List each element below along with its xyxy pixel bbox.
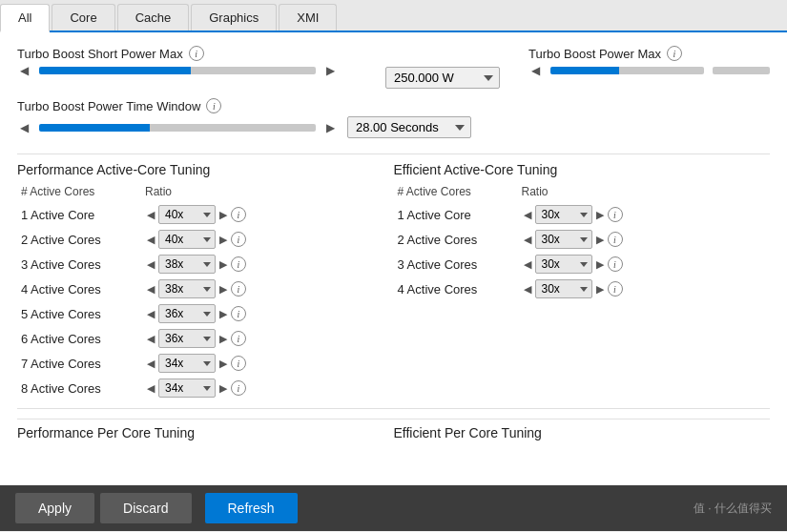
perf-ratio-left-7[interactable]: ◀: [145, 358, 156, 370]
perf-ratio-right-6[interactable]: ▶: [217, 333, 229, 345]
perf-info-icon-5[interactable]: i: [231, 306, 246, 321]
eff-row-4: 4 Active Cores ◀ 30x ▶ i: [394, 276, 771, 301]
eff-ratio-left-1[interactable]: ◀: [522, 209, 533, 221]
efficient-tuning-title: Efficient Active-Core Tuning: [394, 162, 771, 177]
perf-ratio-left-6[interactable]: ◀: [145, 333, 156, 345]
tab-xmi[interactable]: XMI: [279, 4, 337, 31]
tab-all[interactable]: All: [0, 4, 50, 32]
slider-right-arrow-time-window[interactable]: ▶: [323, 121, 338, 134]
turbo-max-power-info-icon[interactable]: i: [667, 46, 682, 61]
bottom-bar: Apply Discard Refresh 值 · 什么值得买: [0, 485, 787, 531]
time-window-dropdown[interactable]: 28.00 Seconds 14.00 Seconds 7.00 Seconds: [347, 116, 471, 138]
eff-info-icon-2[interactable]: i: [608, 232, 623, 247]
perf-cores-7: 7 Active Cores: [21, 357, 145, 371]
eff-ratio-right-3[interactable]: ▶: [594, 258, 606, 271]
eff-ratio-select-1[interactable]: 30x: [535, 205, 592, 224]
perf-info-icon-8[interactable]: i: [231, 380, 246, 396]
perf-ratio-left-2[interactable]: ◀: [145, 234, 156, 246]
eff-info-icon-1[interactable]: i: [608, 207, 623, 222]
per-core-section: Performance Per Core Tuning Efficient Pe…: [17, 419, 770, 440]
slider-track-short-power[interactable]: [39, 67, 316, 74]
perf-ratio-select-4[interactable]: 38x: [158, 279, 216, 298]
perf-ratio-select-7[interactable]: 34x: [158, 354, 216, 373]
perf-row-7: 7 Active Cores ◀ 34x ▶ i: [17, 351, 394, 376]
tabs-bar: All Core Cache Graphics XMI: [0, 0, 787, 32]
tab-graphics[interactable]: Graphics: [191, 4, 277, 31]
perf-ratio-select-8[interactable]: 34x: [158, 379, 216, 398]
perf-ratio-right-3[interactable]: ▶: [217, 258, 229, 271]
short-power-dropdown[interactable]: 250.000 W 200.000 W 150.000 W: [385, 67, 500, 89]
perf-ratio-select-2[interactable]: 40x: [158, 230, 216, 249]
eff-cores-3: 3 Active Cores: [398, 257, 522, 272]
perf-info-icon-6[interactable]: i: [231, 331, 246, 346]
perf-ratio-left-4[interactable]: ◀: [145, 283, 156, 296]
slider-right-arrow-short-power[interactable]: ▶: [323, 64, 338, 77]
perf-row-4: 4 Active Cores ◀ 38x ▶ i: [17, 276, 394, 301]
perf-ratio-select-6[interactable]: 36x: [158, 329, 216, 348]
apply-button[interactable]: Apply: [15, 493, 94, 523]
perf-ratio-select-5[interactable]: 36x: [158, 304, 216, 323]
perf-ratio-right-8[interactable]: ▶: [217, 382, 229, 395]
eff-ratio-left-4[interactable]: ◀: [522, 283, 533, 296]
eff-ratio-right-4[interactable]: ▶: [594, 283, 606, 296]
perf-info-icon-3[interactable]: i: [231, 256, 246, 272]
eff-row-1: 1 Active Core ◀ 30x ▶ i: [394, 202, 771, 227]
slider-track-time-window[interactable]: [39, 124, 316, 132]
perf-info-icon-7[interactable]: i: [231, 356, 246, 371]
perf-ratio-left-5[interactable]: ◀: [145, 308, 156, 320]
turbo-short-power-info-icon[interactable]: i: [189, 46, 204, 61]
slider-track-max-power-ext: [713, 67, 770, 74]
perf-info-icon-1[interactable]: i: [231, 207, 246, 222]
eff-ratio-select-2[interactable]: 30x: [535, 230, 592, 249]
discard-button[interactable]: Discard: [100, 493, 191, 523]
perf-ratio-right-2[interactable]: ▶: [217, 234, 229, 246]
eff-ratio-select-3[interactable]: 30x: [535, 255, 592, 274]
turbo-time-window-info-icon[interactable]: i: [206, 98, 221, 113]
eff-ratio-left-3[interactable]: ◀: [522, 258, 533, 271]
slider-track-max-power[interactable]: [550, 67, 704, 74]
eff-ratio-select-4[interactable]: 30x: [535, 279, 592, 298]
perf-cores-4: 4 Active Cores: [21, 282, 145, 297]
perf-ratio-select-1[interactable]: 40x39x41x: [158, 205, 216, 224]
eff-row-3: 3 Active Cores ◀ 30x ▶ i: [394, 252, 771, 276]
efficient-tuning-section: Efficient Active-Core Tuning # Active Co…: [394, 162, 771, 400]
tab-cache[interactable]: Cache: [117, 4, 190, 31]
watermark: 值 · 什么值得买: [694, 501, 772, 517]
perf-ratio-left-1[interactable]: ◀: [145, 209, 156, 221]
perf-row-1: 1 Active Core ◀ 40x39x41x ▶ i: [17, 202, 394, 227]
perf-ratio-right-5[interactable]: ▶: [217, 308, 229, 320]
perf-ratio-left-3[interactable]: ◀: [145, 258, 156, 271]
eff-info-icon-4[interactable]: i: [608, 281, 623, 297]
eff-cores-1: 1 Active Core: [398, 208, 522, 222]
eff-ratio-right-1[interactable]: ▶: [594, 209, 606, 221]
perf-info-icon-4[interactable]: i: [231, 281, 246, 297]
perf-info-icon-2[interactable]: i: [231, 232, 246, 247]
refresh-button[interactable]: Refresh: [205, 493, 298, 523]
tab-core[interactable]: Core: [52, 4, 114, 31]
perf-ratio-left-8[interactable]: ◀: [145, 382, 156, 395]
perf-row-5: 5 Active Cores ◀ 36x ▶ i: [17, 301, 394, 326]
perf-ratio-right-4[interactable]: ▶: [217, 283, 229, 296]
perf-cores-8: 8 Active Cores: [21, 381, 145, 396]
slider-left-arrow-short-power[interactable]: ◀: [17, 64, 31, 77]
efficient-per-core-title: Efficient Per Core Tuning: [394, 425, 771, 440]
performance-per-core-title: Performance Per Core Tuning: [17, 425, 394, 440]
perf-cores-5: 5 Active Cores: [21, 307, 145, 321]
turbo-max-power-label: Turbo Boost Power Max: [528, 47, 661, 61]
turbo-short-power-label: Turbo Boost Short Power Max: [17, 47, 183, 61]
perf-cores-6: 6 Active Cores: [21, 332, 145, 346]
performance-tuning-section: Performance Active-Core Tuning # Active …: [17, 162, 394, 400]
eff-header-cores: # Active Cores: [398, 185, 522, 198]
eff-cores-2: 2 Active Cores: [398, 233, 522, 247]
eff-info-icon-3[interactable]: i: [608, 256, 623, 272]
eff-ratio-left-2[interactable]: ◀: [522, 234, 533, 246]
perf-ratio-right-1[interactable]: ▶: [217, 209, 229, 221]
perf-ratio-select-3[interactable]: 38x: [158, 255, 216, 274]
perf-ratio-right-7[interactable]: ▶: [217, 358, 229, 370]
eff-cores-4: 4 Active Cores: [398, 282, 522, 297]
performance-tuning-title: Performance Active-Core Tuning: [17, 162, 394, 177]
slider-left-arrow-max-power[interactable]: ◀: [528, 64, 543, 77]
slider-left-arrow-time-window[interactable]: ◀: [17, 121, 31, 134]
perf-cores-1: 1 Active Core: [21, 208, 145, 222]
eff-ratio-right-2[interactable]: ▶: [594, 234, 606, 246]
